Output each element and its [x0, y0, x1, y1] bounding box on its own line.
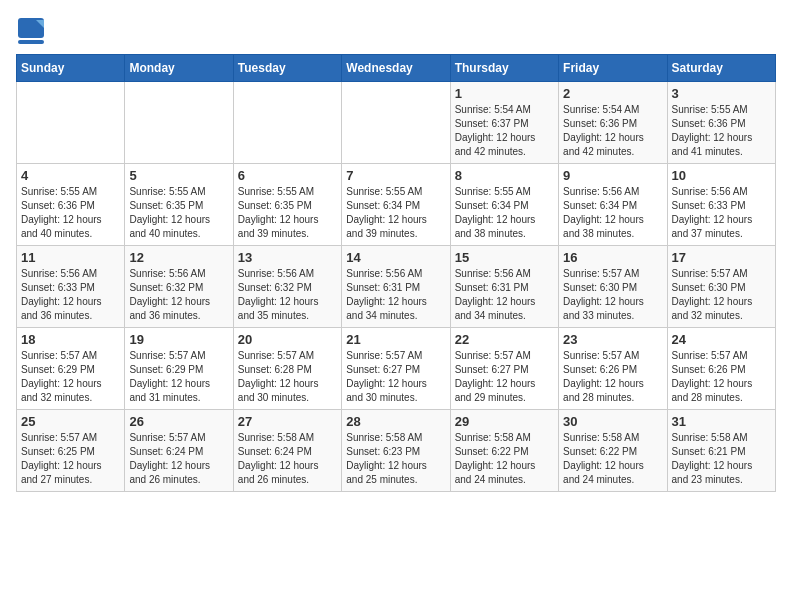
day-info: Sunrise: 5:57 AM Sunset: 6:27 PM Dayligh… — [346, 349, 445, 405]
day-info: Sunrise: 5:55 AM Sunset: 6:36 PM Dayligh… — [21, 185, 120, 241]
day-number: 1 — [455, 86, 554, 101]
day-info: Sunrise: 5:54 AM Sunset: 6:36 PM Dayligh… — [563, 103, 662, 159]
calendar-cell: 1Sunrise: 5:54 AM Sunset: 6:37 PM Daylig… — [450, 82, 558, 164]
day-info: Sunrise: 5:55 AM Sunset: 6:36 PM Dayligh… — [672, 103, 771, 159]
day-number: 7 — [346, 168, 445, 183]
day-info: Sunrise: 5:58 AM Sunset: 6:22 PM Dayligh… — [455, 431, 554, 487]
calendar-cell: 2Sunrise: 5:54 AM Sunset: 6:36 PM Daylig… — [559, 82, 667, 164]
calendar-cell: 8Sunrise: 5:55 AM Sunset: 6:34 PM Daylig… — [450, 164, 558, 246]
calendar-cell: 15Sunrise: 5:56 AM Sunset: 6:31 PM Dayli… — [450, 246, 558, 328]
calendar-cell: 28Sunrise: 5:58 AM Sunset: 6:23 PM Dayli… — [342, 410, 450, 492]
calendar-header-row: SundayMondayTuesdayWednesdayThursdayFrid… — [17, 55, 776, 82]
day-number: 23 — [563, 332, 662, 347]
day-info: Sunrise: 5:56 AM Sunset: 6:31 PM Dayligh… — [455, 267, 554, 323]
day-info: Sunrise: 5:55 AM Sunset: 6:34 PM Dayligh… — [346, 185, 445, 241]
logo-icon — [16, 16, 46, 46]
day-number: 31 — [672, 414, 771, 429]
calendar-cell: 24Sunrise: 5:57 AM Sunset: 6:26 PM Dayli… — [667, 328, 775, 410]
calendar-cell: 25Sunrise: 5:57 AM Sunset: 6:25 PM Dayli… — [17, 410, 125, 492]
day-info: Sunrise: 5:56 AM Sunset: 6:33 PM Dayligh… — [672, 185, 771, 241]
calendar-cell: 12Sunrise: 5:56 AM Sunset: 6:32 PM Dayli… — [125, 246, 233, 328]
day-info: Sunrise: 5:55 AM Sunset: 6:35 PM Dayligh… — [238, 185, 337, 241]
calendar-cell: 27Sunrise: 5:58 AM Sunset: 6:24 PM Dayli… — [233, 410, 341, 492]
day-info: Sunrise: 5:58 AM Sunset: 6:22 PM Dayligh… — [563, 431, 662, 487]
calendar-cell: 22Sunrise: 5:57 AM Sunset: 6:27 PM Dayli… — [450, 328, 558, 410]
day-info: Sunrise: 5:57 AM Sunset: 6:26 PM Dayligh… — [672, 349, 771, 405]
day-number: 15 — [455, 250, 554, 265]
day-number: 13 — [238, 250, 337, 265]
day-number: 4 — [21, 168, 120, 183]
day-number: 3 — [672, 86, 771, 101]
day-number: 30 — [563, 414, 662, 429]
page-header — [16, 16, 776, 46]
day-info: Sunrise: 5:58 AM Sunset: 6:23 PM Dayligh… — [346, 431, 445, 487]
calendar-cell: 9Sunrise: 5:56 AM Sunset: 6:34 PM Daylig… — [559, 164, 667, 246]
day-number: 18 — [21, 332, 120, 347]
day-info: Sunrise: 5:57 AM Sunset: 6:24 PM Dayligh… — [129, 431, 228, 487]
calendar-cell: 11Sunrise: 5:56 AM Sunset: 6:33 PM Dayli… — [17, 246, 125, 328]
calendar-cell: 14Sunrise: 5:56 AM Sunset: 6:31 PM Dayli… — [342, 246, 450, 328]
day-number: 11 — [21, 250, 120, 265]
day-number: 10 — [672, 168, 771, 183]
header-wednesday: Wednesday — [342, 55, 450, 82]
day-number: 2 — [563, 86, 662, 101]
day-number: 21 — [346, 332, 445, 347]
calendar-cell — [233, 82, 341, 164]
calendar-cell: 17Sunrise: 5:57 AM Sunset: 6:30 PM Dayli… — [667, 246, 775, 328]
calendar-cell: 31Sunrise: 5:58 AM Sunset: 6:21 PM Dayli… — [667, 410, 775, 492]
calendar-table: SundayMondayTuesdayWednesdayThursdayFrid… — [16, 54, 776, 492]
calendar-cell: 16Sunrise: 5:57 AM Sunset: 6:30 PM Dayli… — [559, 246, 667, 328]
day-info: Sunrise: 5:56 AM Sunset: 6:32 PM Dayligh… — [129, 267, 228, 323]
day-number: 25 — [21, 414, 120, 429]
header-saturday: Saturday — [667, 55, 775, 82]
day-info: Sunrise: 5:57 AM Sunset: 6:29 PM Dayligh… — [129, 349, 228, 405]
day-number: 5 — [129, 168, 228, 183]
day-info: Sunrise: 5:54 AM Sunset: 6:37 PM Dayligh… — [455, 103, 554, 159]
calendar-cell: 13Sunrise: 5:56 AM Sunset: 6:32 PM Dayli… — [233, 246, 341, 328]
header-tuesday: Tuesday — [233, 55, 341, 82]
calendar-cell: 23Sunrise: 5:57 AM Sunset: 6:26 PM Dayli… — [559, 328, 667, 410]
day-info: Sunrise: 5:57 AM Sunset: 6:30 PM Dayligh… — [563, 267, 662, 323]
day-number: 27 — [238, 414, 337, 429]
day-info: Sunrise: 5:57 AM Sunset: 6:27 PM Dayligh… — [455, 349, 554, 405]
calendar-cell: 4Sunrise: 5:55 AM Sunset: 6:36 PM Daylig… — [17, 164, 125, 246]
day-number: 19 — [129, 332, 228, 347]
calendar-cell: 5Sunrise: 5:55 AM Sunset: 6:35 PM Daylig… — [125, 164, 233, 246]
calendar-cell: 30Sunrise: 5:58 AM Sunset: 6:22 PM Dayli… — [559, 410, 667, 492]
calendar-week-4: 18Sunrise: 5:57 AM Sunset: 6:29 PM Dayli… — [17, 328, 776, 410]
header-monday: Monday — [125, 55, 233, 82]
day-number: 16 — [563, 250, 662, 265]
day-number: 12 — [129, 250, 228, 265]
calendar-week-5: 25Sunrise: 5:57 AM Sunset: 6:25 PM Dayli… — [17, 410, 776, 492]
calendar-cell: 19Sunrise: 5:57 AM Sunset: 6:29 PM Dayli… — [125, 328, 233, 410]
header-thursday: Thursday — [450, 55, 558, 82]
day-info: Sunrise: 5:57 AM Sunset: 6:30 PM Dayligh… — [672, 267, 771, 323]
day-number: 22 — [455, 332, 554, 347]
day-number: 28 — [346, 414, 445, 429]
calendar-cell: 7Sunrise: 5:55 AM Sunset: 6:34 PM Daylig… — [342, 164, 450, 246]
svg-rect-2 — [18, 40, 44, 44]
calendar-cell: 10Sunrise: 5:56 AM Sunset: 6:33 PM Dayli… — [667, 164, 775, 246]
day-info: Sunrise: 5:55 AM Sunset: 6:35 PM Dayligh… — [129, 185, 228, 241]
calendar-week-1: 1Sunrise: 5:54 AM Sunset: 6:37 PM Daylig… — [17, 82, 776, 164]
calendar-cell: 18Sunrise: 5:57 AM Sunset: 6:29 PM Dayli… — [17, 328, 125, 410]
day-info: Sunrise: 5:58 AM Sunset: 6:24 PM Dayligh… — [238, 431, 337, 487]
calendar-week-3: 11Sunrise: 5:56 AM Sunset: 6:33 PM Dayli… — [17, 246, 776, 328]
day-info: Sunrise: 5:57 AM Sunset: 6:25 PM Dayligh… — [21, 431, 120, 487]
day-number: 6 — [238, 168, 337, 183]
day-number: 17 — [672, 250, 771, 265]
calendar-cell: 21Sunrise: 5:57 AM Sunset: 6:27 PM Dayli… — [342, 328, 450, 410]
day-info: Sunrise: 5:57 AM Sunset: 6:29 PM Dayligh… — [21, 349, 120, 405]
day-info: Sunrise: 5:56 AM Sunset: 6:32 PM Dayligh… — [238, 267, 337, 323]
header-sunday: Sunday — [17, 55, 125, 82]
calendar-cell: 6Sunrise: 5:55 AM Sunset: 6:35 PM Daylig… — [233, 164, 341, 246]
day-number: 20 — [238, 332, 337, 347]
calendar-cell — [125, 82, 233, 164]
day-info: Sunrise: 5:56 AM Sunset: 6:31 PM Dayligh… — [346, 267, 445, 323]
calendar-cell: 20Sunrise: 5:57 AM Sunset: 6:28 PM Dayli… — [233, 328, 341, 410]
day-info: Sunrise: 5:57 AM Sunset: 6:28 PM Dayligh… — [238, 349, 337, 405]
calendar-cell — [17, 82, 125, 164]
day-number: 29 — [455, 414, 554, 429]
day-info: Sunrise: 5:56 AM Sunset: 6:33 PM Dayligh… — [21, 267, 120, 323]
day-number: 9 — [563, 168, 662, 183]
